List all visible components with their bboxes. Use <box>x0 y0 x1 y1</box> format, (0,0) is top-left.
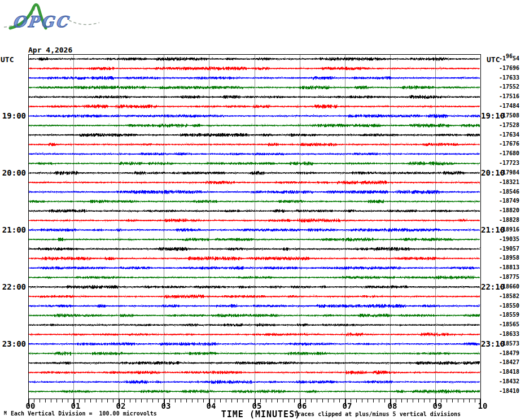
amplitude-label-fragment: 96 <box>506 53 513 59</box>
right-amplitude-label: -18565 <box>499 321 519 327</box>
right-amplitude-label: -17552 <box>499 84 519 90</box>
amplitude-label-fragment: -1 <box>499 55 506 62</box>
logo-text: OPGC <box>12 13 71 30</box>
x-tick-label: 00 <box>26 401 36 410</box>
right-amplitude-label: -18546 <box>499 189 519 195</box>
right-amplitude-label: -17696 <box>499 65 519 71</box>
webicorder-page: OPGC Apr 4,2026 OCCD HNZ RA 00 (A Vertic… <box>0 0 525 420</box>
x-tick-label: 01 <box>71 401 81 410</box>
right-amplitude-label: -18749 <box>499 198 519 204</box>
right-amplitude-label: -17723 <box>499 160 519 166</box>
left-hour-label: 22:00 <box>0 282 26 291</box>
right-amplitude-label: -18775 <box>499 274 519 280</box>
right-amplitude-label: -18410 <box>499 388 519 394</box>
right-amplitude-label: -18633 <box>499 331 519 337</box>
utc-label-left: UTC <box>1 55 14 64</box>
x-axis-title: TIME (MINUTES) <box>221 409 300 419</box>
title-date: Apr 4,2026 <box>28 46 90 54</box>
left-hour-label: 19:00 <box>0 111 26 120</box>
logo-dashed-line-right <box>69 20 99 24</box>
amplitude-label-fragment: 54 <box>513 55 519 62</box>
right-amplitude-label: -18427 <box>499 359 519 365</box>
x-tick-label: 04 <box>207 401 216 410</box>
right-amplitude-label: -18573 <box>499 340 519 347</box>
right-amplitude-label: -17634 <box>499 132 519 138</box>
left-hour-label: 20:00 <box>0 168 26 177</box>
right-amplitude-label: -17633 <box>499 75 519 81</box>
right-amplitude-label: -18559 <box>499 312 519 318</box>
x-tick-label: 07 <box>343 401 352 410</box>
right-amplitude-label: -18828 <box>499 217 519 223</box>
corner-mark: M <box>4 411 7 416</box>
utc-label-right: UTC <box>487 55 500 64</box>
opgc-logo: OPGC <box>2 2 104 32</box>
right-amplitude-label: -18582 <box>499 293 519 299</box>
helicorder-plot <box>28 54 481 408</box>
right-amplitude-label: -18958 <box>499 255 519 261</box>
right-amplitude-label: -18660 <box>499 283 519 290</box>
right-amplitude-label: -17516 <box>499 93 519 99</box>
right-amplitude-label: -18321 <box>499 179 519 185</box>
left-hour-label: 23:00 <box>0 339 26 348</box>
left-hour-label: 21:00 <box>0 225 26 234</box>
x-tick-label: 09 <box>433 401 443 410</box>
right-amplitude-label: -17528 <box>499 122 519 128</box>
right-amplitude-label: -18550 <box>499 303 519 309</box>
scale-note: Each Vertical Division = 100.00 microvol… <box>11 410 157 417</box>
right-amplitude-label: -18916 <box>499 226 519 233</box>
x-tick-label: 10 <box>478 401 488 410</box>
x-tick-label: 03 <box>161 401 171 410</box>
right-amplitude-label: -17984 <box>499 169 519 176</box>
right-amplitude-label: -17676 <box>499 141 519 147</box>
right-amplitude-label: -18813 <box>499 264 519 270</box>
right-amplitude-label: -17680 <box>499 150 519 156</box>
right-amplitude-label: -18820 <box>499 207 519 213</box>
right-amplitude-label: -18418 <box>499 369 519 375</box>
x-tick-label: 02 <box>116 401 126 410</box>
right-amplitude-label: -19035 <box>499 236 519 242</box>
x-tick-label: 08 <box>388 401 397 410</box>
right-amplitude-label: -17484 <box>499 103 519 109</box>
right-amplitude-label: -19654 <box>499 55 519 62</box>
clip-note: Traces clipped at plus/minus 5 vertical … <box>294 411 461 417</box>
right-amplitude-label: -17508 <box>499 112 519 119</box>
right-amplitude-label: -19057 <box>499 246 519 252</box>
right-amplitude-label: -18479 <box>499 350 519 356</box>
right-amplitude-label: -18432 <box>499 378 519 384</box>
